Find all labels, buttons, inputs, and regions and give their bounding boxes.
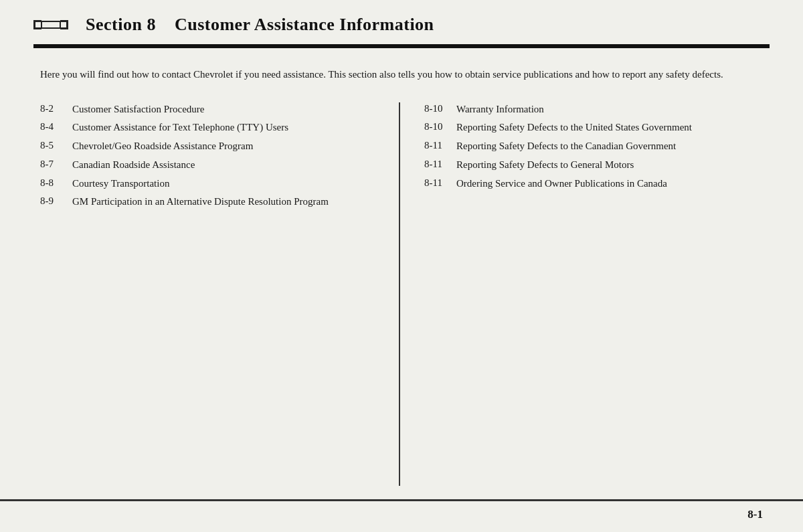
toc-page-number: 8-10: [424, 102, 456, 114]
toc-entry: 8-10 Reporting Safety Defects to the Uni…: [424, 120, 763, 135]
toc-container: 8-2 Customer Satisfaction Procedure 8-4 …: [0, 96, 803, 500]
toc-entry: 8-5 Chevrolet/Geo Roadside Assistance Pr…: [40, 139, 379, 154]
toc-entry: 8-10 Warranty Information: [424, 102, 763, 117]
toc-entry-title: Courtesy Transportation: [72, 177, 169, 191]
chevrolet-logo: [33, 12, 68, 37]
toc-entry-title: Reporting Safety Defects to the Canadian…: [456, 139, 676, 154]
toc-entry: 8-9 GM Participation in an Alternative D…: [40, 195, 379, 209]
toc-entry-title: Customer Satisfaction Procedure: [72, 102, 204, 117]
page: Section 8 Customer Assistance Informatio…: [0, 0, 803, 532]
toc-entry-title: GM Participation in an Alternative Dispu…: [72, 195, 329, 209]
page-header: Section 8 Customer Assistance Informatio…: [0, 0, 803, 44]
toc-entry-title: Reporting Safety Defects to General Moto…: [456, 158, 634, 173]
toc-entry-title: Warranty Information: [456, 102, 544, 117]
toc-page-number: 8-11: [424, 177, 456, 189]
toc-page-number: 8-11: [424, 158, 456, 170]
toc-entry: 8-11 Reporting Safety Defects to General…: [424, 158, 763, 173]
page-footer: 8-1: [0, 499, 803, 532]
toc-entry: 8-8 Courtesy Transportation: [40, 177, 379, 191]
page-number: 8-1: [747, 508, 763, 521]
toc-page-number: 8-11: [424, 139, 456, 151]
toc-page-number: 8-2: [40, 102, 72, 114]
toc-entry-title: Reporting Safety Defects to the United S…: [456, 120, 692, 135]
toc-entry-title: Ordering Service and Owner Publications …: [456, 177, 667, 191]
toc-entry: 8-11 Reporting Safety Defects to the Can…: [424, 139, 763, 154]
page-title: Section 8 Customer Assistance Informatio…: [86, 15, 434, 35]
toc-entry-title: Canadian Roadside Assistance: [72, 158, 195, 173]
toc-page-number: 8-9: [40, 195, 72, 207]
toc-right-column: 8-10 Warranty Information 8-10 Reporting…: [400, 102, 763, 486]
toc-entry-title: Customer Assistance for Text Telephone (…: [72, 120, 288, 135]
toc-page-number: 8-10: [424, 120, 456, 132]
toc-entry: 8-11 Ordering Service and Owner Publicat…: [424, 177, 763, 191]
toc-page-number: 8-5: [40, 139, 72, 151]
intro-paragraph: Here you will find out how to contact Ch…: [0, 48, 803, 96]
toc-page-number: 8-4: [40, 120, 72, 132]
toc-left-column: 8-2 Customer Satisfaction Procedure 8-4 …: [40, 102, 400, 486]
toc-page-number: 8-8: [40, 177, 72, 189]
toc-page-number: 8-7: [40, 158, 72, 170]
toc-entry: 8-4 Customer Assistance for Text Telepho…: [40, 120, 379, 135]
toc-entry-title: Chevrolet/Geo Roadside Assistance Progra…: [72, 139, 253, 154]
toc-entry: 8-2 Customer Satisfaction Procedure: [40, 102, 379, 117]
toc-entry: 8-7 Canadian Roadside Assistance: [40, 158, 379, 173]
